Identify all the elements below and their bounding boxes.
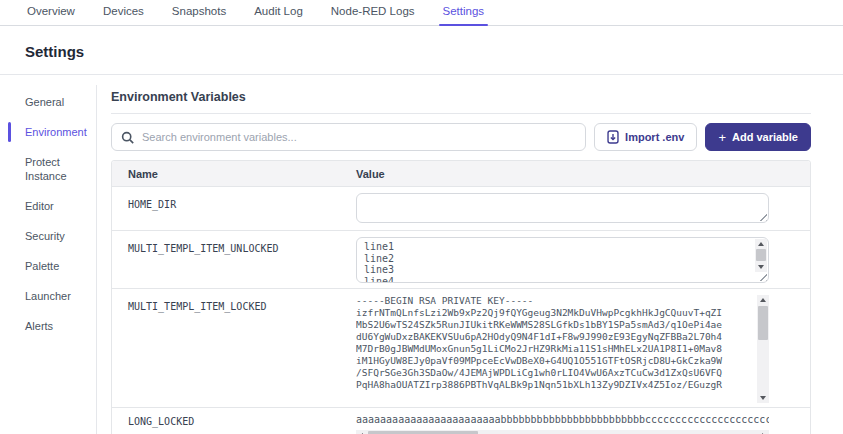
search-icon [121,131,134,144]
import-file-icon [607,130,619,144]
import-env-button[interactable]: Import .env [594,123,697,151]
env-name-multi-locked: MULTI_TEMPL_ITEM_LOCKED [112,289,356,407]
sidebar-item-protect-instance[interactable]: Protect Instance [25,147,96,191]
env-value-home-dir [357,194,768,222]
scroll-right-button[interactable] [759,430,769,434]
table-row: MULTI_TEMPL_ITEM_UNLOCKED line1 line2 li… [112,231,810,289]
env-value-long-locked: aaaaaaaaaaaaaaaaaaaaaaaabbbbbbbbbbbbbbbb… [356,413,769,427]
scroll-left-button[interactable] [356,430,366,434]
search-box[interactable] [111,123,586,151]
sidebar-item-general[interactable]: General [25,87,96,117]
sidebar-item-alerts[interactable]: Alerts [25,311,96,341]
column-header-value: Value [356,162,810,186]
env-value-multi-unlocked-textarea[interactable]: line1 line2 line3 line4 [356,237,769,283]
scrollbar-thumb[interactable] [758,306,768,340]
scroll-down-button[interactable] [757,393,769,403]
scrollbar-thumb[interactable] [756,249,766,261]
vertical-scrollbar[interactable] [757,295,769,403]
scroll-up-button[interactable] [757,295,769,305]
sidebar-item-palette[interactable]: Palette [25,251,96,281]
scroll-up-button[interactable] [755,239,767,249]
page-title-section: Settings [0,26,843,75]
env-name-home-dir: HOME_DIR [112,187,356,230]
env-variables-table: Name Value HOME_DIR MULTI_TEMPL_ITEM_UNL… [111,160,811,434]
environment-panel: Environment Variables Import .env + Add … [111,85,811,434]
panel-title: Environment Variables [111,85,811,114]
tab-overview[interactable]: Overview [25,0,77,25]
sidebar-item-editor[interactable]: Editor [25,191,96,221]
tab-settings[interactable]: Settings [441,0,487,25]
tab-snapshots[interactable]: Snapshots [170,0,228,25]
horizontal-scrollbar[interactable] [356,430,769,434]
top-nav: Overview Devices Snapshots Audit Log Nod… [0,0,843,26]
env-name-long-locked: LONG_LOCKED [112,408,356,434]
tab-node-red-logs[interactable]: Node-RED Logs [329,0,417,25]
sidebar-item-environment[interactable]: Environment [25,117,96,147]
table-row: MULTI_TEMPL_ITEM_LOCKED -----BEGIN RSA P… [112,289,810,408]
sidebar-item-security[interactable]: Security [25,221,96,251]
tab-audit-log[interactable]: Audit Log [252,0,305,25]
import-env-label: Import .env [625,131,684,143]
search-input[interactable] [142,131,576,143]
page-title: Settings [25,43,843,60]
table-header: Name Value [112,161,810,187]
column-header-name: Name [112,168,356,180]
tab-devices[interactable]: Devices [101,0,146,25]
add-variable-label: Add variable [732,131,798,143]
scroll-down-button[interactable] [755,262,767,272]
env-name-multi-unlocked: MULTI_TEMPL_ITEM_UNLOCKED [112,231,356,288]
table-row: HOME_DIR [112,187,810,231]
sidebar-item-launcher[interactable]: Launcher [25,281,96,311]
env-value-multi-unlocked: line1 line2 line3 line4 [357,238,768,282]
table-row: LONG_LOCKED aaaaaaaaaaaaaaaaaaaaaaaabbbb… [112,408,810,434]
env-value-multi-locked: -----BEGIN RSA PRIVATE KEY----- izfrNTmQ… [356,295,769,403]
add-variable-button[interactable]: + Add variable [705,123,811,151]
env-toolbar: Import .env + Add variable [111,123,811,151]
vertical-scrollbar[interactable] [755,239,767,272]
env-value-home-dir-textarea[interactable] [356,193,769,223]
plus-icon: + [718,130,726,145]
settings-sidebar: General Environment Protect Instance Edi… [0,85,97,434]
